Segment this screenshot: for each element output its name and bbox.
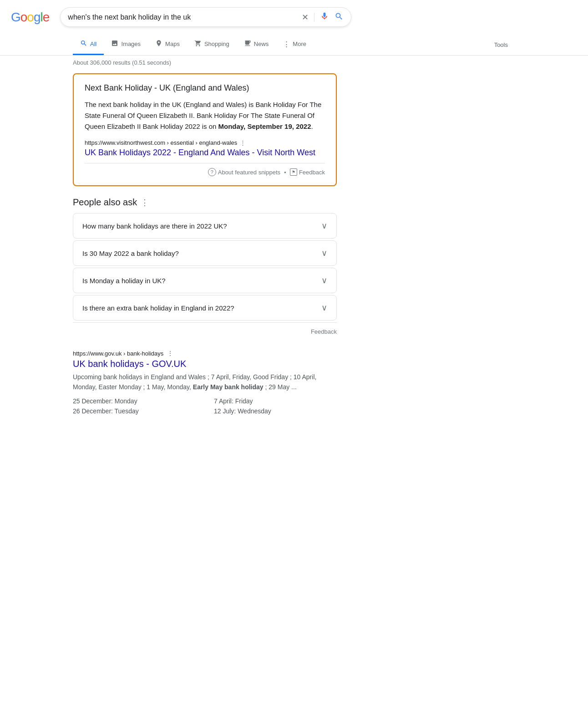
tab-news[interactable]: News [237, 34, 276, 55]
paa-question-3: Is there an extra bank holiday in Englan… [82, 304, 234, 312]
chevron-down-icon-3: ∨ [321, 303, 327, 313]
snippet-bold-date: Monday, September 19, 2022 [218, 122, 311, 130]
table-cell-0-right: 7 April: Friday [214, 397, 337, 406]
microphone-icon[interactable] [320, 11, 329, 23]
paa-question-2: Is Monday a holiday in UK? [82, 277, 166, 285]
tab-all[interactable]: All [73, 34, 104, 55]
chevron-down-icon-0: ∨ [321, 221, 327, 231]
result-desc-end: ; 29 May ... [264, 383, 297, 391]
tab-images[interactable]: Images [104, 34, 148, 55]
chevron-down-icon-2: ∨ [321, 275, 327, 285]
paa-item-0[interactable]: How many bank holidays are there in 2022… [73, 213, 337, 239]
google-logo: Google [11, 10, 49, 25]
table-cell-1-left: 26 December: Tuesday [73, 407, 196, 416]
snippet-source-row: https://www.visitnorthwest.com › essenti… [85, 139, 325, 146]
tab-more[interactable]: ⋮ More [276, 35, 314, 55]
question-icon: ? [208, 168, 216, 176]
tab-images-label: Images [121, 41, 141, 47]
paa-item-3[interactable]: Is there an extra bank holiday in Englan… [73, 295, 337, 320]
paa-dots-icon[interactable]: ⋮ [141, 198, 149, 208]
tab-all-label: All [90, 41, 96, 47]
feedback-icon: ⚑ [290, 168, 297, 176]
snippet-url: https://www.visitnorthwest.com › essenti… [85, 139, 237, 146]
about-snippets-button[interactable]: ? About featured snippets [208, 168, 280, 176]
tab-maps-label: Maps [165, 41, 180, 47]
paa-item-2[interactable]: Is Monday a holiday in UK? ∨ [73, 268, 337, 293]
paa-question-0: How many bank holidays are there in 2022… [82, 222, 227, 230]
about-snippets-label: About featured snippets [218, 169, 280, 176]
people-also-ask: People also ask ⋮ How many bank holidays… [73, 197, 337, 339]
results-count: About 306,000 results (0.51 seconds) [0, 56, 588, 70]
search-bar: ✕ [60, 7, 351, 27]
table-cell-1-right: 12 July: Wednesday [214, 407, 337, 416]
news-icon [244, 40, 251, 48]
result-table: 25 December: Monday 7 April: Friday 26 D… [73, 397, 337, 416]
tab-news-label: News [254, 41, 269, 47]
tab-shopping[interactable]: Shopping [187, 34, 237, 55]
snippet-footer: ? About featured snippets ● ⚑ Feedback [85, 163, 325, 176]
footer-dot: ● [284, 170, 286, 174]
result-url-row: https://www.gov.uk › bank-holidays ⋮ [73, 350, 337, 357]
tab-maps[interactable]: Maps [148, 34, 187, 55]
nav-tabs: All Images Maps Shopping News ⋮ More Too… [0, 34, 588, 56]
result-title[interactable]: UK bank holidays - GOV.UK [73, 359, 337, 369]
clear-icon[interactable]: ✕ [302, 12, 309, 22]
header: Google ✕ [0, 0, 588, 34]
snippet-heading: Next Bank Holiday - UK (England and Wale… [85, 83, 325, 93]
tools-button[interactable]: Tools [487, 36, 515, 54]
result-menu-dots[interactable]: ⋮ [167, 350, 173, 357]
tab-more-label: More [293, 41, 306, 47]
feedback-button[interactable]: ⚑ Feedback [290, 168, 325, 176]
more-dots-icon: ⋮ [283, 40, 290, 48]
paa-title: People also ask [73, 197, 137, 208]
images-icon [111, 40, 118, 48]
maps-icon [155, 40, 162, 48]
paa-feedback-button[interactable]: Feedback [73, 325, 337, 339]
feedback-label: Feedback [299, 169, 325, 176]
paa-item-1[interactable]: Is 30 May 2022 a bank holiday? ∨ [73, 240, 337, 266]
snippet-body-end: . [311, 122, 313, 130]
snippet-body: The next bank holiday in the UK (England… [85, 99, 325, 132]
chevron-down-icon-1: ∨ [321, 248, 327, 258]
shopping-icon [194, 40, 202, 48]
paa-question-1: Is 30 May 2022 a bank holiday? [82, 249, 179, 257]
search-result-0: https://www.gov.uk › bank-holidays ⋮ UK … [73, 350, 337, 416]
divider [314, 13, 314, 22]
all-icon [80, 40, 87, 48]
snippet-link[interactable]: UK Bank Holidays 2022 - England And Wale… [85, 148, 325, 158]
tab-shopping-label: Shopping [204, 41, 229, 47]
result-desc-bold: Early May bank holiday [193, 383, 264, 391]
search-icon[interactable] [335, 12, 344, 22]
search-input[interactable] [68, 13, 296, 21]
snippet-menu-dots[interactable]: ⋮ [240, 139, 246, 146]
table-cell-0-left: 25 December: Monday [73, 397, 196, 406]
paa-divider [73, 322, 337, 323]
paa-header: People also ask ⋮ [73, 197, 337, 208]
result-url: https://www.gov.uk › bank-holidays [73, 350, 163, 357]
featured-snippet: Next Bank Holiday - UK (England and Wale… [73, 73, 337, 186]
result-description: Upcoming bank holidays in England and Wa… [73, 372, 337, 392]
main-content: Next Bank Holiday - UK (England and Wale… [0, 73, 410, 416]
